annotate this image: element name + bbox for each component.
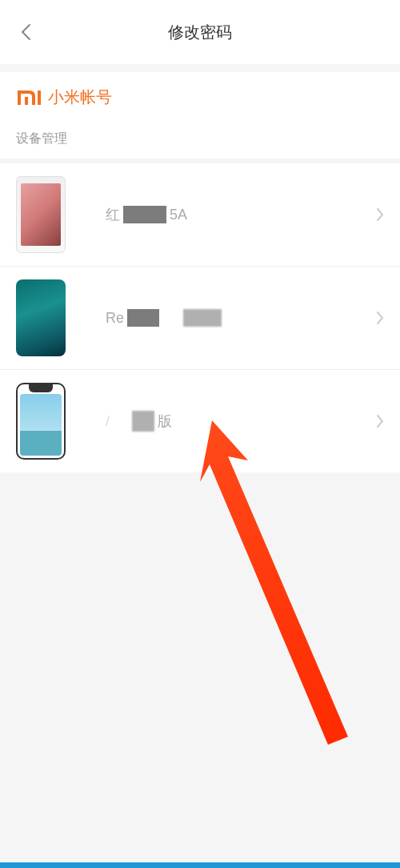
mi-logo-icon [16, 87, 42, 108]
device-list: 红 5A Re / 版 [0, 163, 400, 472]
device-label: / 版 [106, 411, 384, 432]
chevron-left-icon [20, 23, 31, 41]
section-label: 设备管理 [0, 119, 400, 159]
phone-thumbnail-icon [16, 383, 66, 460]
page-title: 修改密码 [16, 22, 384, 43]
device-item-2[interactable]: Re [0, 267, 400, 370]
chevron-right-icon [376, 414, 384, 428]
back-button[interactable] [16, 22, 35, 42]
censored-text [132, 411, 154, 432]
account-banner: 小米帐号 [0, 72, 400, 119]
bottom-indicator [0, 862, 400, 868]
header: 修改密码 [0, 0, 400, 64]
svg-rect-0 [25, 97, 28, 105]
device-label: Re [106, 309, 384, 327]
chevron-right-icon [376, 311, 384, 325]
chevron-right-icon [376, 207, 384, 222]
censored-text [183, 309, 222, 327]
phone-thumbnail-icon [16, 176, 66, 253]
account-brand: 小米帐号 [48, 86, 112, 108]
phone-thumbnail-icon [16, 279, 66, 356]
censored-text [123, 206, 166, 223]
svg-rect-1 [38, 90, 41, 105]
device-item-1[interactable]: 红 5A [0, 163, 400, 267]
censored-text [127, 309, 159, 327]
device-label: 红 5A [106, 205, 384, 224]
device-item-3[interactable]: / 版 [0, 370, 400, 472]
